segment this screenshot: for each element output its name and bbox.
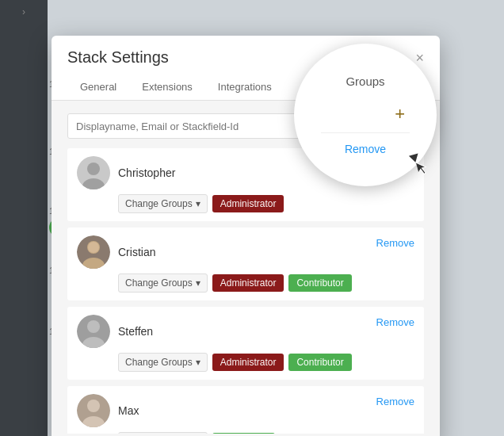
contributor-badge-max[interactable]: Contributor bbox=[212, 433, 275, 434]
user-row-top-steffen: Steffen bbox=[77, 315, 414, 348]
user-row-max: Remove Max Change Groups ▾ bbox=[67, 386, 424, 434]
close-button[interactable]: × bbox=[415, 51, 424, 65]
sidebar-chevron-icon: › bbox=[0, 0, 48, 24]
badges-steffen: Change Groups ▾ Administrator Contributo… bbox=[77, 353, 414, 372]
avatar-christopher bbox=[77, 156, 110, 189]
chevron-down-icon-steffen: ▾ bbox=[196, 357, 200, 368]
tab-extensions[interactable]: Extensions bbox=[129, 75, 205, 101]
change-groups-btn-max[interactable]: Change Groups ▾ bbox=[118, 432, 208, 434]
admin-badge-christopher[interactable]: Administrator bbox=[212, 195, 284, 212]
chevron-down-icon-christopher: ▾ bbox=[196, 198, 200, 209]
admin-badge-cristian[interactable]: Administrator bbox=[212, 274, 284, 292]
badges-cristian: Change Groups ▾ Administrator Contributo… bbox=[77, 273, 414, 293]
user-row-top-max: Max bbox=[77, 394, 414, 427]
svg-point-6 bbox=[88, 242, 99, 253]
tab-general[interactable]: General bbox=[67, 75, 129, 101]
tab-integrations[interactable]: Integrations bbox=[205, 75, 284, 101]
user-name-steffen: Steffen bbox=[118, 325, 153, 338]
avatar-img-christopher bbox=[77, 156, 110, 189]
avatar-img-max bbox=[77, 394, 110, 427]
badges-max: Change Groups ▾ Contributor bbox=[77, 432, 414, 434]
spotlight-groups-label: Groups bbox=[310, 75, 421, 88]
avatar-max bbox=[77, 394, 110, 427]
user-name-cristian: Cristian bbox=[118, 246, 155, 258]
user-row-top-cristian: Cristian bbox=[77, 235, 414, 269]
remove-steffen-link[interactable]: Remove bbox=[376, 316, 414, 328]
avatar-img-cristian bbox=[77, 235, 110, 269]
user-name-max: Max bbox=[118, 404, 139, 417]
remove-max-link[interactable]: Remove bbox=[376, 396, 414, 407]
user-list: Remove Christopher Change Groups ▾ bbox=[67, 148, 424, 434]
user-row-steffen: Remove Steffen Change Groups ▾ bbox=[67, 307, 424, 380]
change-groups-label-steffen: Change Groups bbox=[125, 357, 193, 368]
avatar-steffen bbox=[77, 315, 110, 348]
spotlight-add-area: + bbox=[310, 104, 421, 124]
user-row-cristian: Remove Cristian Change Groups bbox=[67, 228, 424, 300]
svg-point-11 bbox=[87, 400, 100, 412]
badges-christopher: Change Groups ▾ Administrator bbox=[77, 194, 414, 213]
change-groups-label-christopher: Change Groups bbox=[125, 198, 193, 209]
avatar-cristian bbox=[77, 235, 110, 269]
svg-point-1 bbox=[87, 163, 100, 175]
contributor-badge-steffen[interactable]: Contributor bbox=[288, 354, 351, 371]
mouse-cursor bbox=[409, 154, 420, 164]
remove-cristian-link[interactable]: Remove bbox=[376, 237, 414, 249]
change-groups-btn-christopher[interactable]: Change Groups ▾ bbox=[118, 194, 208, 213]
avatar-img-steffen bbox=[77, 315, 110, 348]
chevron-down-icon-cristian: ▾ bbox=[196, 277, 200, 289]
admin-badge-steffen[interactable]: Administrator bbox=[212, 354, 284, 371]
spotlight-remove-link[interactable]: Remove bbox=[310, 143, 421, 155]
spotlight-divider bbox=[321, 132, 410, 133]
change-groups-btn-cristian[interactable]: Change Groups ▾ bbox=[118, 273, 208, 293]
change-groups-label-cristian: Change Groups bbox=[125, 277, 193, 289]
modal-title: Stack Settings bbox=[67, 48, 169, 67]
change-groups-btn-steffen[interactable]: Change Groups ▾ bbox=[118, 353, 208, 372]
spotlight-add-button[interactable]: + bbox=[395, 104, 405, 124]
spotlight-circle: Groups + Remove bbox=[294, 44, 437, 186]
user-name-christopher: Christopher bbox=[118, 166, 175, 179]
sidebar: › bbox=[0, 0, 48, 436]
contributor-badge-cristian[interactable]: Contributor bbox=[288, 274, 351, 292]
svg-point-8 bbox=[87, 320, 100, 333]
